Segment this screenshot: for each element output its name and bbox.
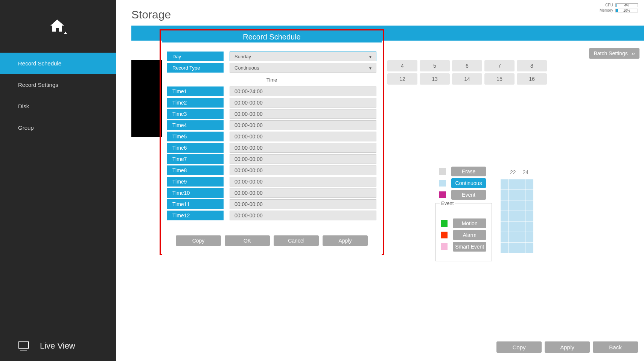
schedule-cell[interactable] <box>525 211 533 221</box>
time-input[interactable]: 00:00-00:00 <box>230 109 376 119</box>
copy-button[interactable]: Copy <box>496 341 542 353</box>
schedule-cell[interactable] <box>509 200 517 211</box>
dialog-ok-button[interactable]: OK <box>225 235 270 246</box>
time-label: Time12 <box>167 211 224 220</box>
time-input[interactable]: 00:00-00:00 <box>230 120 376 130</box>
channel-button[interactable]: 4 <box>387 60 417 71</box>
monitor-icon <box>18 341 29 351</box>
svg-marker-0 <box>64 32 67 34</box>
time-input[interactable]: 00:00-00:00 <box>230 98 376 108</box>
schedule-cell[interactable] <box>517 211 525 221</box>
chevron-down-icon: ▼ <box>368 55 372 59</box>
time-input[interactable]: 00:00-00:00 <box>230 143 376 153</box>
swatch-erase <box>439 168 446 175</box>
event-button[interactable]: Event <box>451 190 486 200</box>
schedule-cell[interactable] <box>501 200 509 211</box>
time-input[interactable]: 00:00-00:00 <box>230 177 376 187</box>
cpu-label: CPU <box>605 3 613 7</box>
swatch-continuous <box>439 180 446 187</box>
channel-button[interactable]: 5 <box>420 60 450 71</box>
schedule-cell[interactable] <box>525 243 533 253</box>
day-select[interactable]: Sunday ▼ <box>230 52 376 61</box>
sidebar-item-record-settings[interactable]: Record Settings <box>0 74 116 96</box>
channel-button[interactable]: 8 <box>517 60 547 71</box>
erase-button[interactable]: Erase <box>451 167 486 176</box>
channel-button[interactable]: 13 <box>420 73 450 85</box>
swatch-alarm <box>441 232 448 238</box>
continuous-button[interactable]: Continuous <box>451 178 486 188</box>
page-footer-buttons: Copy Apply Back <box>496 341 638 353</box>
dialog-title: Record Schedule <box>162 31 382 42</box>
system-stats: CPU 4% Memory 10% <box>600 3 638 14</box>
time-label: Time4 <box>167 120 224 130</box>
schedule-cell[interactable] <box>501 243 509 253</box>
schedule-cell[interactable] <box>525 232 533 242</box>
schedule-cell[interactable] <box>509 243 517 253</box>
record-type-label: Record Type <box>167 63 224 73</box>
alarm-button[interactable]: Alarm <box>453 230 486 240</box>
time-input[interactable]: 00:00-00:00 <box>230 188 376 198</box>
event-group: Event Motion Alarm Smart Event <box>435 203 492 261</box>
sidebar-item-disk[interactable]: Disk <box>0 96 116 117</box>
legend-panel: Erase Continuous Event <box>439 167 563 202</box>
time-input[interactable]: 00:00-00:00 <box>230 211 376 220</box>
channel-button[interactable]: 14 <box>452 73 482 85</box>
schedule-cell[interactable] <box>509 211 517 221</box>
liveview-label: Live View <box>40 341 75 351</box>
day-label: Day <box>167 52 224 61</box>
home-button[interactable] <box>0 0 116 53</box>
time-label: Time1 <box>167 86 224 96</box>
time-input[interactable]: 00:00-00:00 <box>230 165 376 175</box>
schedule-cell[interactable] <box>517 221 525 232</box>
chevron-right-icon: ›› <box>632 50 635 56</box>
home-icon <box>49 18 68 35</box>
batch-settings-button[interactable]: Batch Settings ›› <box>589 48 639 59</box>
schedule-cell[interactable] <box>501 221 509 232</box>
dialog-copy-button[interactable]: Copy <box>176 235 221 246</box>
dialog-apply-button[interactable]: Apply <box>323 235 368 246</box>
page-title: Storage <box>116 0 644 28</box>
liveview-button[interactable]: Live View <box>0 331 116 361</box>
time-label: Time8 <box>167 165 224 175</box>
schedule-cell[interactable] <box>525 221 533 232</box>
apply-button[interactable]: Apply <box>545 341 590 353</box>
channel-button[interactable]: 16 <box>517 73 547 85</box>
schedule-cell[interactable] <box>509 232 517 242</box>
swatch-smart-event <box>441 243 448 250</box>
smart-event-button[interactable]: Smart Event <box>453 242 486 252</box>
cpu-meter: 4% <box>615 3 638 7</box>
swatch-event <box>439 191 446 198</box>
time-label: Time3 <box>167 109 224 119</box>
time-input[interactable]: 00:00-00:00 <box>230 199 376 209</box>
record-type-select[interactable]: Continuous ▼ <box>230 63 376 73</box>
swatch-motion <box>441 220 448 227</box>
time-label: Time9 <box>167 177 224 187</box>
sidebar: Record ScheduleRecord SettingsDiskGroup … <box>0 0 116 361</box>
channel-button[interactable]: 6 <box>452 60 482 71</box>
channel-button[interactable]: 15 <box>484 73 515 85</box>
schedule-cell[interactable] <box>501 232 509 242</box>
time-label: Time2 <box>167 98 224 108</box>
back-button[interactable]: Back <box>593 341 638 353</box>
motion-button[interactable]: Motion <box>453 218 486 228</box>
memory-meter: 10% <box>615 9 638 12</box>
channel-button[interactable]: 12 <box>387 73 417 85</box>
schedule-cell[interactable] <box>501 211 509 221</box>
schedule-cell[interactable] <box>525 200 533 211</box>
channel-grid: 45678 1213141516 <box>387 60 639 86</box>
schedule-cell[interactable] <box>517 243 525 253</box>
event-group-label: Event <box>440 200 455 206</box>
time-input[interactable]: 00:00-24:00 <box>230 86 376 96</box>
chevron-down-icon: ▼ <box>368 66 372 70</box>
sidebar-item-group[interactable]: Group <box>0 117 116 138</box>
schedule-cell[interactable] <box>517 232 525 242</box>
time-label: Time5 <box>167 132 224 141</box>
schedule-cell[interactable] <box>517 200 525 211</box>
sidebar-item-record-schedule[interactable]: Record Schedule <box>0 53 116 74</box>
time-input[interactable]: 00:00-00:00 <box>230 154 376 164</box>
time-label: Time11 <box>167 199 224 209</box>
schedule-cell[interactable] <box>509 221 517 232</box>
time-input[interactable]: 00:00-00:00 <box>230 132 376 141</box>
dialog-cancel-button[interactable]: Cancel <box>274 235 319 246</box>
channel-button[interactable]: 7 <box>484 60 515 71</box>
